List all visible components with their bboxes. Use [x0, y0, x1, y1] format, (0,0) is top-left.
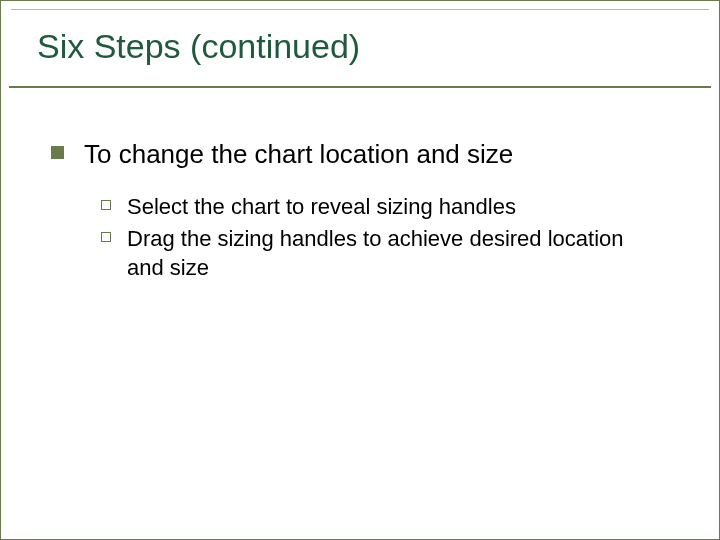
slide-title: Six Steps (continued) [37, 25, 683, 76]
title-top-rule [11, 9, 709, 10]
bullet-filled-square-icon [51, 146, 64, 159]
sub-point-text: Drag the sizing handles to achieve desir… [127, 225, 647, 282]
main-point-text: To change the chart location and size [84, 138, 513, 171]
bullet-hollow-square-icon [101, 232, 111, 242]
slide-container: Six Steps (continued) To change the char… [0, 0, 720, 540]
sub-point-text: Select the chart to reveal sizing handle… [127, 193, 516, 222]
sub-point-list: Select the chart to reveal sizing handle… [101, 193, 679, 283]
list-item: Drag the sizing handles to achieve desir… [101, 225, 679, 282]
content-area: To change the chart location and size Se… [1, 88, 719, 326]
bullet-hollow-square-icon [101, 200, 111, 210]
main-point: To change the chart location and size [51, 138, 679, 171]
title-area: Six Steps (continued) [9, 7, 711, 88]
list-item: Select the chart to reveal sizing handle… [101, 193, 679, 222]
